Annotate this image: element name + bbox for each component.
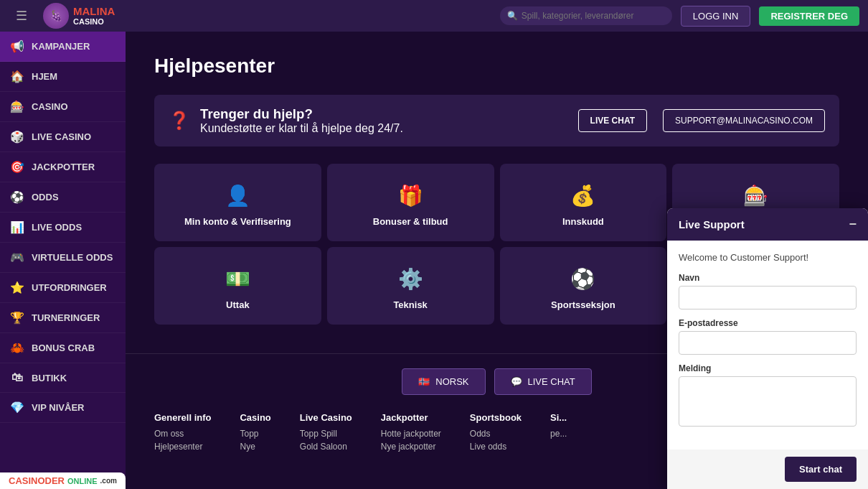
language-button[interactable]: 🇳🇴 NORSK bbox=[402, 368, 485, 395]
category-card-konto[interactable]: 👤 Min konto & Verifisering bbox=[154, 164, 321, 241]
sidebar-toggle[interactable]: ☰ bbox=[9, 3, 34, 29]
category-card-innskudd[interactable]: 💰 Innskudd bbox=[500, 164, 667, 241]
category-card-sport[interactable]: ⚽ Sportsseksjon bbox=[500, 247, 667, 325]
message-textarea[interactable] bbox=[679, 376, 857, 427]
header-logo: 🍇 MALINA CASINO bbox=[43, 3, 115, 29]
sidebar-item-turneringer[interactable]: 🏆 TURNERINGER bbox=[0, 303, 126, 333]
uttak-icon: 💵 bbox=[225, 267, 250, 291]
form-group-email: E-postadresse bbox=[679, 318, 857, 355]
page-title: Hjelpesenter bbox=[154, 55, 839, 78]
name-input[interactable] bbox=[679, 286, 857, 309]
footer-link[interactable]: Hjelpesenter bbox=[154, 442, 211, 452]
email-input[interactable] bbox=[679, 331, 857, 355]
footer-col-heading: Casino bbox=[240, 412, 270, 423]
logo-icon: 🍇 bbox=[43, 3, 69, 29]
livechat-button[interactable]: LIVE CHAT bbox=[578, 109, 647, 132]
chat-icon: 💬 bbox=[511, 376, 522, 387]
turneringer-icon: 🏆 bbox=[10, 311, 24, 325]
footer-link[interactable]: Live odds bbox=[470, 442, 522, 452]
sidebar-item-label: LIVE CASINO bbox=[32, 131, 91, 142]
jackpotter-icon: 🎯 bbox=[10, 160, 24, 174]
sidebar-item-label: KAMPANJER bbox=[32, 41, 90, 52]
footer-col-live-casino: Live Casino Topp Spill Gold Saloon bbox=[300, 412, 352, 455]
footer-col-heading: Generell info bbox=[154, 412, 211, 423]
footer-link[interactable]: pe... bbox=[550, 429, 567, 439]
sidebar-item-virtuelle-odds[interactable]: 🎮 VIRTUELLE ODDS bbox=[0, 243, 126, 273]
name-label: Navn bbox=[679, 273, 857, 283]
innskudd-icon: 💰 bbox=[570, 184, 595, 208]
email-label: E-postadresse bbox=[679, 318, 857, 328]
footer-col-sportsbook: Sportsbook Odds Live odds bbox=[470, 412, 522, 455]
sidebar-item-hjem[interactable]: 🏠 HJEM bbox=[0, 62, 126, 92]
butikk-icon: 🛍 bbox=[10, 371, 24, 384]
category-card-teknisk[interactable]: ⚙️ Teknisk bbox=[327, 247, 494, 325]
sport-icon: ⚽ bbox=[570, 267, 595, 291]
help-banner-text: Trenger du hjelp? Kundestøtte er klar ti… bbox=[200, 106, 403, 135]
bonuser-icon: 🎁 bbox=[398, 184, 423, 208]
help-banner: ❓ Trenger du hjelp? Kundestøtte er klar … bbox=[154, 95, 839, 146]
watermark: CASINODER ONLINE .com bbox=[0, 472, 126, 489]
start-chat-button[interactable]: Start chat bbox=[785, 457, 857, 482]
sidebar-item-label: ODDS bbox=[32, 192, 59, 202]
sidebar-item-butikk[interactable]: 🛍 BUTIKK bbox=[0, 363, 126, 393]
chat-label: LIVE CHAT bbox=[528, 376, 575, 387]
footer-col-heading: Jackpotter bbox=[381, 412, 441, 423]
footer-link[interactable]: Om oss bbox=[154, 429, 211, 439]
category-card-bonuser[interactable]: 🎁 Bonuser & tilbud bbox=[327, 164, 494, 241]
help-banner-subtext: Kundestøtte er klar til å hjelpe deg 24/… bbox=[200, 122, 403, 135]
live-support-title: Live Support bbox=[679, 218, 745, 230]
footer-col-casino: Casino Topp Nye bbox=[240, 412, 270, 455]
sidebar-item-odds[interactable]: ⚽ ODDS bbox=[0, 182, 126, 213]
hjem-icon: 🏠 bbox=[10, 70, 24, 83]
sidebar-item-utfordringer[interactable]: ⭐ UTFORDRINGER bbox=[0, 273, 126, 303]
sidebar-item-label: HJEM bbox=[32, 71, 57, 82]
live-odds-icon: 📊 bbox=[10, 220, 24, 234]
register-button[interactable]: REGISTRER DEG bbox=[759, 6, 859, 26]
teknisk-label: Teknisk bbox=[393, 299, 427, 310]
live-support-header: Live Support − bbox=[667, 208, 868, 241]
sidebar-item-label: VIP NIVÅER bbox=[32, 402, 84, 413]
sidebar-item-live-odds[interactable]: 📊 LIVE ODDS bbox=[0, 213, 126, 243]
uttak-label: Uttak bbox=[226, 299, 250, 310]
footer-col-si: Si... pe... bbox=[550, 412, 567, 455]
sidebar-item-casino[interactable]: 🎰 CASINO bbox=[0, 92, 126, 122]
sidebar-item-label: BUTIKK bbox=[32, 373, 67, 383]
footer-link[interactable]: Topp Spill bbox=[300, 429, 352, 439]
sidebar-item-vip-nivaer[interactable]: 💎 VIP NIVÅER bbox=[0, 393, 126, 423]
konto-label: Min konto & Verifisering bbox=[184, 216, 291, 227]
flag-icon: 🇳🇴 bbox=[418, 376, 430, 387]
footer-link[interactable]: Odds bbox=[470, 429, 522, 439]
message-label: Melding bbox=[679, 363, 857, 373]
sidebar-item-jackpotter[interactable]: 🎯 JACKPOTTER bbox=[0, 152, 126, 182]
sidebar-item-label: UTFORDRINGER bbox=[32, 282, 107, 293]
footer-link[interactable]: Nye bbox=[240, 442, 270, 452]
sidebar-item-kampanjer[interactable]: 📢 KAMPANJER bbox=[0, 32, 126, 62]
footer-link[interactable]: Topp bbox=[240, 429, 270, 439]
form-group-message: Melding bbox=[679, 363, 857, 429]
logo-text: MALINA CASINO bbox=[73, 6, 115, 27]
search-icon: 🔍 bbox=[507, 11, 518, 21]
live-support-widget: Live Support − Welcome to Customer Suppo… bbox=[667, 208, 868, 489]
utfordringer-icon: ⭐ bbox=[10, 281, 24, 294]
footer-col-jackpotter: Jackpotter Hotte jackpotter Nye jackpott… bbox=[381, 412, 441, 455]
virtuelle-odds-icon: 🎮 bbox=[10, 251, 24, 264]
sidebar-item-label: VIRTUELLE ODDS bbox=[32, 252, 113, 263]
sidebar-item-bonus-crab[interactable]: 🦀 BONUS CRAB bbox=[0, 333, 126, 363]
sidebar-item-live-casino[interactable]: 🎲 LIVE CASINO bbox=[0, 122, 126, 152]
footer-livechat-button[interactable]: 💬 LIVE CHAT bbox=[494, 368, 592, 395]
sidebar-item-label: CASINO bbox=[32, 101, 68, 112]
support-email-button[interactable]: SUPPORT@MALINACASINO.COM bbox=[663, 109, 825, 132]
kampanjer-icon: 📢 bbox=[10, 39, 24, 53]
login-button[interactable]: LOGG INN bbox=[681, 6, 751, 27]
footer-link[interactable]: Nye jackpotter bbox=[381, 442, 441, 452]
odds-icon: ⚽ bbox=[10, 190, 24, 204]
footer-link[interactable]: Hotte jackpotter bbox=[381, 429, 441, 439]
footer-link[interactable]: Gold Saloon bbox=[300, 442, 352, 452]
category-card-uttak[interactable]: 💵 Uttak bbox=[154, 247, 321, 325]
search-input[interactable] bbox=[500, 6, 672, 25]
vip-icon: 💎 bbox=[10, 401, 24, 414]
live-support-close-icon[interactable]: − bbox=[849, 217, 857, 232]
help-banner-heading: Trenger du hjelp? bbox=[200, 106, 403, 122]
footer-col-heading: Live Casino bbox=[300, 412, 352, 423]
sidebar-item-label: TURNERINGER bbox=[32, 312, 100, 323]
